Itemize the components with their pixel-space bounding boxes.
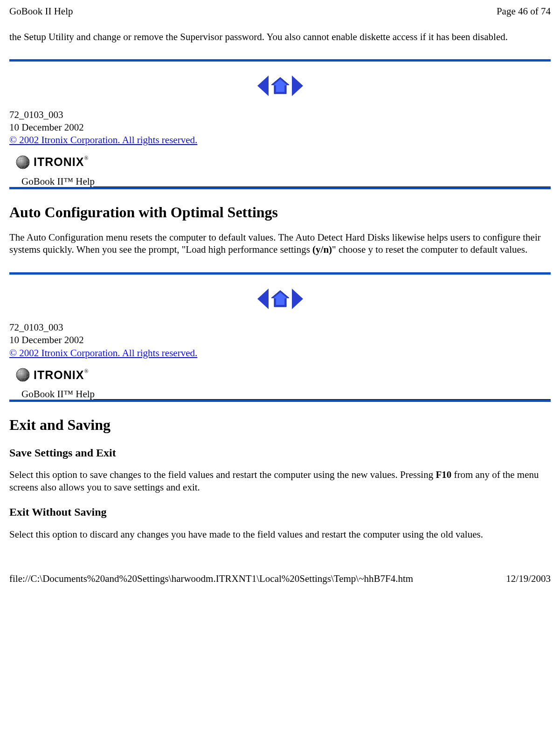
svg-point-7	[16, 368, 29, 381]
header-title: GoBook II Help	[9, 6, 73, 17]
doc-id: 72_0103_003	[9, 109, 551, 121]
logo-text: ITRONIX®	[34, 155, 89, 169]
section-divider	[9, 272, 551, 275]
home-icon[interactable]	[270, 289, 290, 309]
nav-bar	[9, 76, 551, 99]
svg-point-2	[16, 156, 29, 169]
product-label: GoBook II™ Help	[21, 176, 551, 187]
doc-date: 10 December 2002	[9, 334, 551, 346]
footer-path: file://C:\Documents%20and%20Settings\har…	[9, 573, 413, 585]
header-page-info: Page 46 of 74	[497, 6, 551, 17]
subsection-exit-without-saving: Exit Without Saving	[9, 505, 551, 519]
logo-block-2: ITRONIX®	[16, 368, 551, 382]
prev-arrow-icon[interactable]	[257, 289, 269, 309]
logo-text: ITRONIX®	[34, 368, 89, 382]
home-icon[interactable]	[270, 76, 290, 96]
doc-date: 10 December 2002	[9, 121, 551, 134]
page-header: GoBook II Help Page 46 of 74	[9, 6, 551, 17]
prev-arrow-icon[interactable]	[257, 76, 269, 96]
globe-icon	[16, 368, 30, 382]
subsection-exit-without-saving-text: Select this option to discard any change…	[9, 528, 551, 540]
copyright-link[interactable]: © 2002 Itronix Corporation. All rights r…	[9, 134, 197, 145]
logo-block: ITRONIX®	[16, 155, 551, 169]
next-arrow-icon[interactable]	[292, 289, 303, 309]
next-arrow-icon[interactable]	[292, 76, 303, 96]
section-divider	[9, 59, 551, 62]
subsection-save-settings-text: Select this option to save changes to th…	[9, 469, 551, 493]
doc-id: 72_0103_003	[9, 321, 551, 334]
section1-body: The Auto Configuration menu resets the c…	[9, 231, 551, 256]
copyright-link[interactable]: © 2002 Itronix Corporation. All rights r…	[9, 347, 197, 359]
nav-bar-2	[9, 289, 551, 312]
subsection-save-settings: Save Settings and Exit	[9, 446, 551, 460]
intro-text: the Setup Utility and change or remove t…	[9, 31, 551, 43]
section-title-exit-saving: Exit and Saving	[9, 416, 551, 434]
doc-meta-block: 72_0103_003 10 December 2002 © 2002 Itro…	[9, 109, 551, 147]
product-label-2: GoBook II™ Help	[21, 388, 551, 400]
page-footer: file://C:\Documents%20and%20Settings\har…	[9, 573, 551, 585]
section-title-auto-config: Auto Configuration with Optimal Settings	[9, 203, 551, 221]
doc-meta-block-2: 72_0103_003 10 December 2002 © 2002 Itro…	[9, 321, 551, 359]
globe-icon	[16, 155, 30, 169]
footer-date: 12/19/2003	[506, 573, 551, 585]
